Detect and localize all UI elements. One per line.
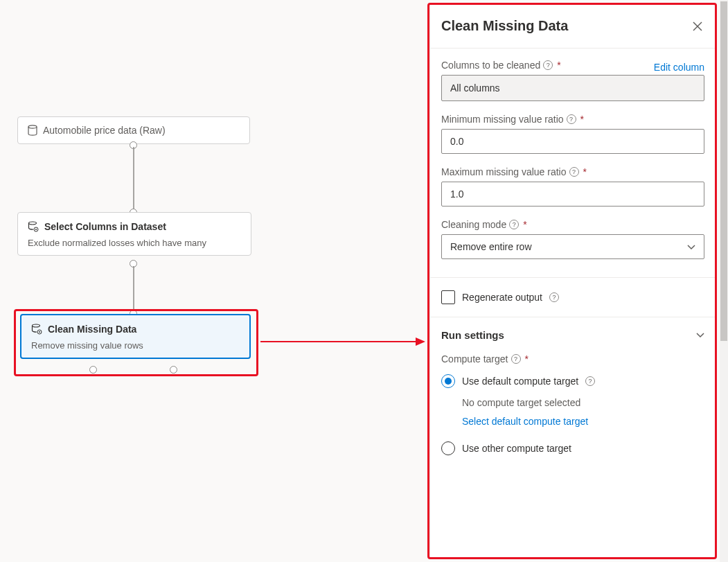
svg-point-3	[35, 229, 37, 230]
info-icon[interactable]: ?	[549, 292, 559, 302]
info-icon[interactable]: ?	[509, 220, 519, 229]
regenerate-checkbox[interactable]	[441, 290, 455, 304]
node-select-columns[interactable]: Select Columns in Dataset Exclude normal…	[17, 212, 251, 256]
info-icon[interactable]: ?	[511, 354, 521, 364]
info-icon[interactable]: ?	[543, 60, 553, 70]
min-ratio-label: Minimum missing value ratio	[441, 114, 564, 125]
select-compute-link[interactable]: Select default compute target	[462, 412, 704, 431]
node-description: Remove missing value rows	[31, 337, 240, 352]
cleaning-mode-value: Remove entire row	[450, 241, 532, 252]
radio-default-compute[interactable]	[441, 374, 455, 388]
max-ratio-label: Maximum missing value ratio	[441, 166, 567, 177]
info-icon[interactable]: ?	[585, 376, 595, 386]
regenerate-label: Regenerate output	[462, 292, 542, 303]
database-gear-icon	[31, 324, 42, 335]
info-icon[interactable]: ?	[569, 167, 579, 177]
info-icon[interactable]: ?	[567, 114, 576, 124]
connector	[132, 266, 136, 312]
chevron-down-icon	[687, 241, 695, 252]
svg-point-5	[33, 324, 40, 327]
radio-other-compute[interactable]	[441, 441, 455, 455]
scrollbar[interactable]	[720, 0, 728, 562]
max-ratio-input[interactable]	[441, 182, 704, 207]
cleaning-mode-label: Cleaning mode	[441, 219, 506, 230]
close-icon[interactable]	[691, 19, 704, 33]
svg-point-1	[29, 222, 37, 225]
no-compute-text: No compute target selected	[462, 394, 704, 412]
required-asterisk: *	[525, 353, 529, 365]
node-automobile-data[interactable]: Automobile price data (Raw)	[17, 116, 250, 144]
edit-column-link[interactable]: Edit column	[654, 62, 704, 73]
scrollbar-thumb[interactable]	[720, 1, 727, 341]
columns-label: Columns to be cleaned	[441, 60, 540, 71]
run-settings-title: Run settings	[441, 329, 504, 341]
node-title: Select Columns in Dataset	[44, 221, 166, 232]
required-asterisk: *	[580, 114, 584, 125]
svg-point-7	[39, 331, 40, 333]
output-port[interactable]	[170, 366, 177, 374]
run-settings-toggle[interactable]: Run settings	[441, 328, 704, 341]
node-title: Automobile price data (Raw)	[43, 125, 166, 136]
radio-default-label: Use default compute target	[462, 376, 578, 387]
node-description: Exclude normalized losses which have man…	[28, 235, 241, 249]
node-title: Clean Missing Data	[48, 324, 136, 335]
svg-marker-9	[416, 337, 425, 346]
node-clean-missing-data[interactable]: Clean Missing Data Remove missing value …	[20, 314, 251, 359]
columns-value-box[interactable]: All columns	[441, 75, 704, 101]
svg-point-0	[28, 125, 37, 128]
required-asterisk: *	[557, 60, 560, 71]
chevron-down-icon	[696, 328, 704, 341]
cleaning-mode-select[interactable]: Remove entire row	[441, 234, 704, 259]
required-asterisk: *	[583, 166, 587, 177]
required-asterisk: *	[523, 219, 526, 230]
database-gear-icon	[28, 221, 39, 232]
pipeline-canvas[interactable]: Automobile price data (Raw) Select Colum…	[0, 0, 429, 562]
database-icon	[28, 125, 37, 136]
output-port[interactable]	[89, 366, 97, 374]
properties-panel: Clean Missing Data Columns to be cleaned…	[429, 4, 716, 559]
connector	[132, 147, 141, 213]
compute-target-label: Compute target	[441, 353, 508, 365]
radio-other-label: Use other compute target	[462, 443, 571, 454]
callout-arrow	[260, 341, 425, 342]
panel-title: Clean Missing Data	[441, 18, 568, 34]
min-ratio-input[interactable]	[441, 129, 704, 154]
